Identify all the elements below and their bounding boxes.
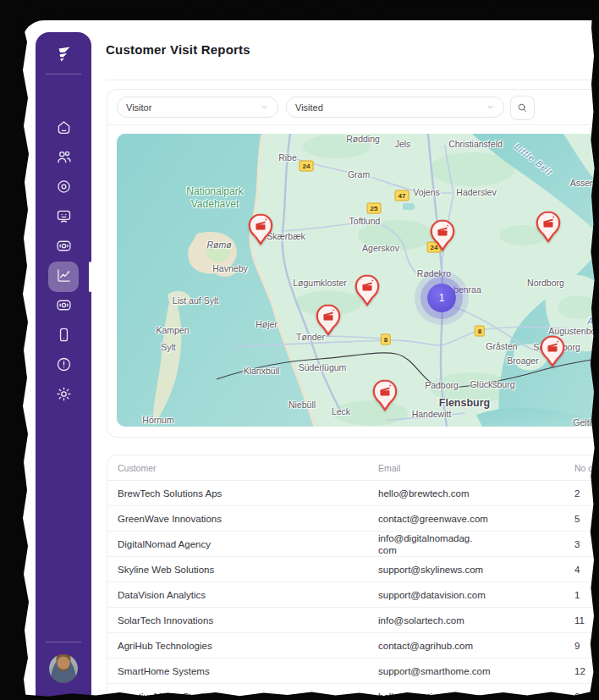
table-row: SmartHome Systems support@smarthome.com …	[107, 659, 599, 684]
search-icon	[516, 102, 529, 114]
route-badge: 8	[381, 334, 391, 345]
map[interactable]: RøddingJelsChristiansfeldLittle BeltRibe…	[117, 134, 599, 427]
customer-cell: Skyline Web Solutions	[118, 565, 378, 575]
users-icon	[55, 148, 73, 169]
page-title: Customer Visit Reports	[106, 42, 250, 57]
visitor-select-label: Visitor	[126, 102, 151, 113]
sidebar-item-mobile[interactable]	[48, 321, 79, 351]
location-target-icon	[55, 178, 73, 199]
sidebar-nav	[36, 113, 91, 410]
sidebar-divider-bottom	[46, 642, 81, 642]
sidebar-item-reports[interactable]	[48, 262, 79, 292]
email-cell: info@solartech.com	[378, 615, 574, 626]
sidebar-item-home[interactable]	[48, 113, 79, 144]
gear-icon	[55, 385, 73, 406]
count-cell: 3	[574, 539, 580, 549]
phone-icon	[55, 326, 73, 347]
table-row: DigitalNomad Agency info@digitalnomadag.…	[107, 532, 599, 557]
count-cell: 11	[574, 615, 585, 626]
report-card: Visitor Visited	[107, 89, 599, 438]
alert-circle-icon	[55, 356, 73, 377]
table-row: CreativeMinds Studio hello@creativeminds…	[107, 684, 599, 700]
visit-pin-icon[interactable]	[248, 213, 273, 245]
count-cell: 2	[574, 488, 580, 499]
visit-pin-icon[interactable]	[372, 379, 398, 411]
table-row: DataVision Analytics support@datavision.…	[107, 582, 599, 608]
customer-cell: SolarTech Innovations	[118, 615, 378, 626]
sidebar	[36, 32, 91, 700]
search-button[interactable]	[510, 96, 535, 120]
customer-cell: BrewTech Solutions Aps	[118, 488, 378, 499]
visited-select[interactable]: Visited	[286, 96, 504, 118]
col-header-count: No of times	[574, 463, 599, 473]
customer-cell: DigitalNomad Agency	[118, 539, 378, 549]
count-cell: 5	[574, 514, 580, 524]
count-cell: 1	[574, 590, 580, 600]
table-row: GreenWave Innovations contact@greenwave.…	[107, 506, 599, 532]
filter-row: Visitor Visited	[107, 90, 599, 125]
count-cell: 9	[574, 641, 580, 651]
sidebar-item-media[interactable]	[48, 291, 79, 322]
title-divider	[106, 80, 599, 80]
sidebar-divider-top	[46, 74, 81, 74]
sidebar-item-alerts[interactable]	[48, 350, 79, 381]
route-badge: 8	[475, 326, 485, 337]
sidebar-item-devices[interactable]	[48, 202, 79, 233]
cluster-marker[interactable]: 1	[427, 284, 456, 312]
chevron-down-icon	[486, 102, 495, 112]
camera-icon	[55, 296, 73, 317]
count-cell: 6	[574, 692, 580, 700]
sidebar-item-settings[interactable]	[48, 380, 79, 411]
email-cell: hello@creativeminds.com	[378, 691, 574, 700]
email-cell: support@datavision.com	[378, 589, 574, 601]
email-cell: support@smarthome.com	[378, 665, 574, 677]
count-cell: 12	[574, 666, 585, 676]
camera-icon	[55, 237, 73, 258]
col-header-email: Email	[378, 462, 574, 474]
customer-cell: AgriHub Technologies	[118, 641, 378, 651]
table-row: BrewTech Solutions Aps hello@brewtech.co…	[107, 481, 599, 506]
customer-cell: DataVision Analytics	[118, 590, 378, 600]
customer-cell: SmartHome Systems	[118, 666, 378, 676]
table-row: AgriHub Technologies contact@agrihub.com…	[107, 633, 599, 659]
app-logo-icon	[52, 44, 74, 66]
customer-cell: CreativeMinds Studio	[118, 692, 378, 700]
chart-line-icon	[55, 267, 73, 288]
visit-pin-icon[interactable]	[536, 211, 561, 243]
home-icon	[55, 119, 73, 140]
route-badge: 25	[367, 203, 382, 214]
monitor-icon	[55, 207, 73, 229]
route-badge: 47	[395, 190, 409, 201]
route-badge: 24	[300, 161, 314, 172]
table-header: Customer Email No of times	[107, 455, 599, 481]
col-header-customer: Customer	[118, 463, 378, 473]
sidebar-item-locations[interactable]	[48, 173, 79, 203]
email-cell: info@digitalnomadag. com	[378, 532, 574, 556]
user-avatar[interactable]	[49, 654, 78, 683]
visit-pin-icon[interactable]	[354, 274, 380, 306]
table-body: BrewTech Solutions Aps hello@brewtech.co…	[107, 481, 599, 700]
email-cell: contact@greenwave.com	[378, 513, 574, 525]
sidebar-item-camera[interactable]	[48, 232, 79, 262]
visit-pin-icon[interactable]	[540, 335, 565, 367]
visits-table-card: Customer Email No of times BrewTech Solu…	[107, 455, 599, 700]
chevron-down-icon	[260, 102, 269, 112]
table-row: Skyline Web Solutions support@skylinews.…	[107, 557, 599, 582]
sidebar-item-customers[interactable]	[48, 143, 79, 174]
visited-select-label: Visited	[295, 102, 323, 113]
visit-pin-icon[interactable]	[430, 219, 455, 251]
visitor-select[interactable]: Visitor	[117, 96, 278, 118]
visit-pin-icon[interactable]	[316, 304, 341, 336]
email-cell: support@skylinews.com	[378, 564, 574, 576]
table-row: SolarTech Innovations info@solartech.com…	[107, 608, 599, 633]
email-cell: contact@agrihub.com	[378, 640, 574, 652]
count-cell: 4	[574, 565, 580, 575]
email-cell: hello@brewtech.com	[378, 488, 574, 499]
customer-cell: GreenWave Innovations	[118, 514, 378, 524]
